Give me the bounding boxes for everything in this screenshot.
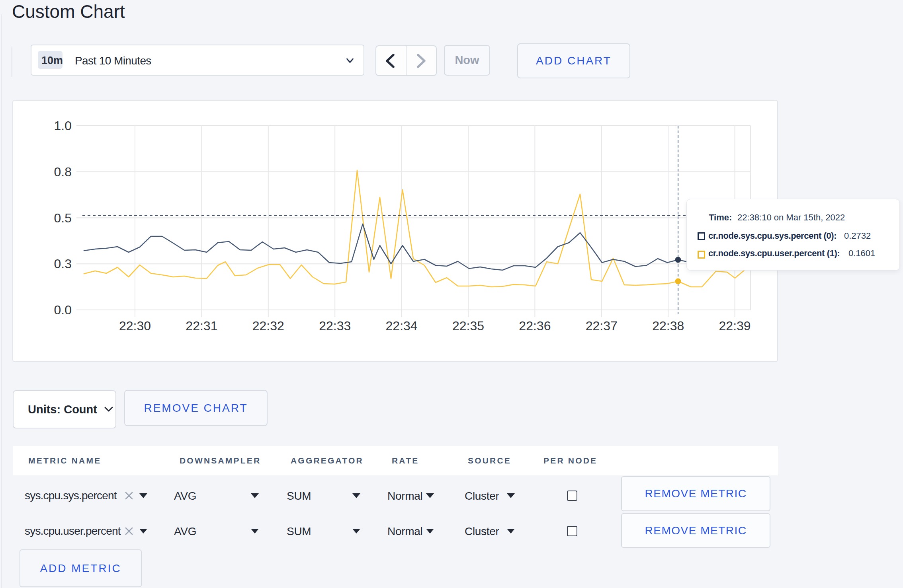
svg-text:22:36: 22:36 [519,319,551,333]
svg-text:0.5: 0.5 [54,211,72,225]
svg-text:22:37: 22:37 [586,319,618,333]
svg-text:22:31: 22:31 [186,319,217,333]
svg-text:22:30: 22:30 [119,319,151,333]
svg-text:1.0: 1.0 [54,119,72,133]
svg-text:22:35: 22:35 [452,319,484,333]
svg-text:22:39: 22:39 [719,319,751,333]
svg-text:22:32: 22:32 [252,319,284,333]
svg-text:0.3: 0.3 [54,257,72,271]
svg-text:0.0: 0.0 [54,303,72,317]
svg-text:22:33: 22:33 [319,319,351,333]
svg-text:22:34: 22:34 [386,319,418,333]
svg-text:0.8: 0.8 [54,165,72,179]
svg-text:22:38: 22:38 [652,319,684,333]
